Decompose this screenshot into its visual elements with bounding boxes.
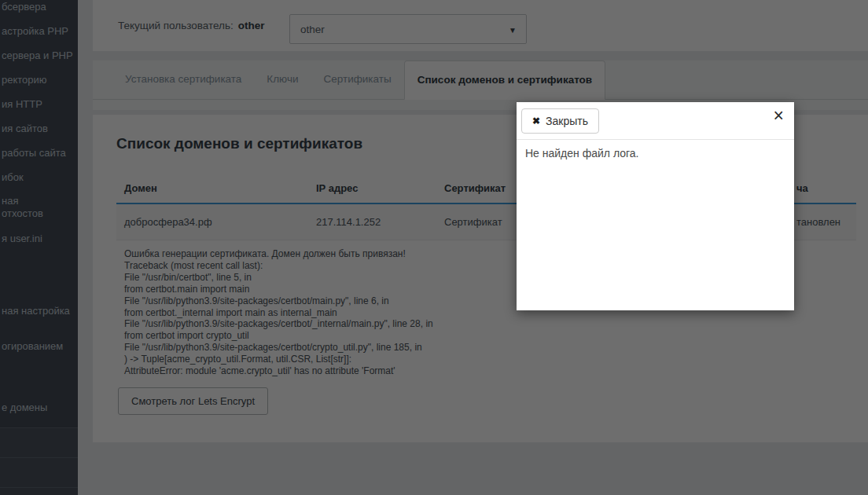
page: бсервера астройка PHP сервера и PHP рект… xyxy=(0,0,868,495)
log-modal: ✖ Закрыть × Не найден файл лога. xyxy=(517,102,794,310)
modal-body: Не найден файл лога. xyxy=(517,140,794,167)
close-x-icon: ✖ xyxy=(532,116,540,126)
modal-close-button[interactable]: ✖ Закрыть xyxy=(521,108,599,134)
modal-close-button-label: Закрыть xyxy=(546,115,588,127)
modal-message: Не найден файл лога. xyxy=(525,147,638,160)
modal-header: ✖ Закрыть × xyxy=(517,102,794,140)
close-icon[interactable]: × xyxy=(774,107,784,125)
